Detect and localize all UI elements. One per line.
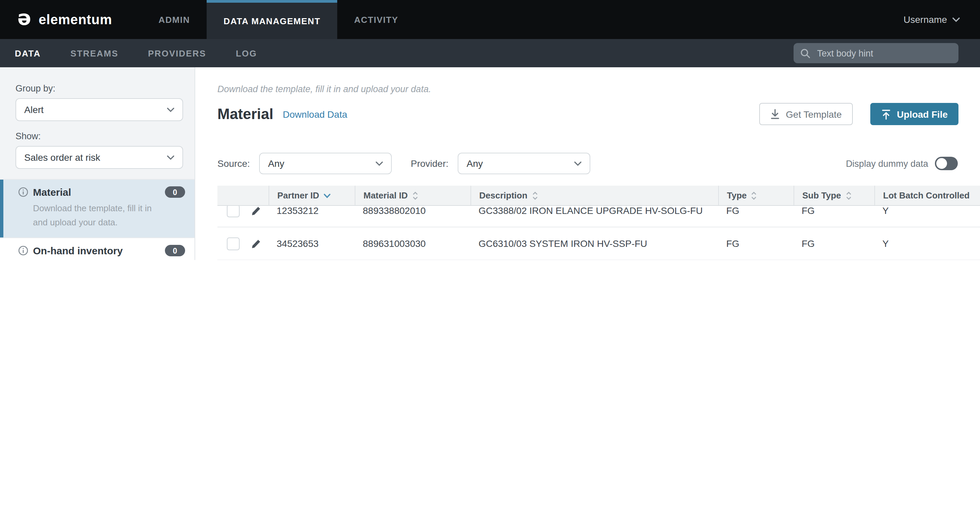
sidebar-item-description: Download the template, fill it in and up… [33,202,168,229]
cell-type: FG [718,205,794,216]
group-by-label: Group by: [16,83,182,94]
sub-nav: DATA STREAMS PROVIDERS LOG [0,39,980,67]
chevron-down-icon [167,107,174,112]
elementum-logo-icon: ə [18,8,31,28]
top-nav-item[interactable]: DATA MANAGEMENT [207,0,337,39]
row-checkbox[interactable] [227,204,240,217]
main-panel: Download the template, fill it in and up… [195,67,980,260]
source-label: Source: [217,158,250,169]
subnav-tab[interactable]: STREAMS [56,48,133,58]
header-buttons: Get Template Upload File [759,103,958,125]
cell-material-id: 889338802010 [355,205,471,216]
column-header[interactable]: Sub Type [794,185,874,205]
subnav-tabs: DATA STREAMS PROVIDERS LOG [0,48,272,58]
chevron-down-icon [376,161,383,166]
get-template-label: Get Template [786,109,842,119]
download-icon [770,109,780,119]
edit-pencil-icon[interactable] [251,206,269,216]
table-header: Partner ID Material ID Description Type … [217,185,980,206]
top-nav-item[interactable]: ACTIVITY [337,0,415,39]
username-label: Username [904,14,947,25]
sidebar-item-title: On-hand inventory [33,245,123,256]
sidebar-item[interactable]: Material 0 Download the template, fill i… [0,180,194,238]
provider-select[interactable]: Any [458,153,590,174]
top-nav: ə elementum ADMIN DATA MANAGEMENT ACTIVI… [0,0,980,39]
count-badge: 0 [165,186,185,198]
row-checkbox[interactable] [227,237,240,250]
show-value: Sales order at risk [24,152,100,163]
group-by-value: Alert [24,104,44,115]
edit-pencil-icon[interactable] [251,238,269,249]
show-select[interactable]: Sales order at risk [16,146,183,169]
dummy-data-toggle-group: Display dummy data [846,157,958,170]
chevron-down-icon [167,155,174,160]
sidebar-item[interactable]: On-hand inventory 0 Last update 12/11/20… [0,238,194,260]
sidebar-filters: Group by: Alert Show: Sales order at ris… [0,67,194,169]
info-icon [18,246,28,255]
filter-row: Source: Any Provider: Any Display dummy … [217,153,980,174]
info-icon [18,187,28,197]
subnav-tab[interactable]: PROVIDERS [133,48,221,58]
cell-sub-type: FG [794,238,874,249]
data-table: Partner ID Material ID Description Type … [217,185,980,260]
column-header[interactable]: Type [718,185,794,205]
subnav-tab[interactable]: LOG [221,48,272,58]
chevron-down-icon [952,17,960,22]
upload-icon [881,109,891,119]
show-label: Show: [16,131,182,141]
cell-sub-type: FG [794,205,874,216]
get-template-button[interactable]: Get Template [759,103,853,125]
page-title: Material [217,105,273,123]
source-value: Any [268,158,285,169]
title-row: Material Download Data Get Template Uplo… [217,103,980,125]
column-header[interactable]: Description [471,185,718,205]
cell-lot-batch: Y [874,205,980,216]
sidebar-item-title: Material [33,186,71,198]
provider-value: Any [467,158,483,169]
sidebar-item-list: Material 0 Download the template, fill i… [0,179,194,260]
upload-file-label: Upload File [897,109,948,119]
toggle-knob [936,158,947,169]
count-badge: 0 [165,245,185,256]
source-select[interactable]: Any [259,153,392,174]
table-row: 34523653 889631003030 GC6310/03 SYSTEM I… [217,227,980,260]
cell-lot-batch: Y [874,238,980,249]
header-checkbox-cell [217,185,244,205]
column-header[interactable]: Partner ID [269,185,355,205]
content-area: Group by: Alert Show: Sales order at ris… [0,67,980,260]
cell-partner-id: 34523653 [269,238,355,249]
cell-type: FG [718,238,794,249]
dummy-data-label: Display dummy data [846,159,928,168]
upload-file-button[interactable]: Upload File [870,103,958,125]
column-header[interactable]: Material ID [355,185,471,205]
header-edit-cell [244,185,269,205]
cell-description: GC3388/02 IRON ELANCE UPGRADE HV-SOLG-FU [471,205,718,216]
group-by-select[interactable]: Alert [16,98,183,121]
download-data-link[interactable]: Download Data [283,109,347,119]
top-nav-item[interactable]: ADMIN [142,0,207,39]
cell-partner-id: 12353212 [269,205,355,216]
search-icon [800,48,810,58]
provider-label: Provider: [411,158,449,169]
cell-material-id: 889631003030 [355,238,471,249]
column-header[interactable]: Lot Batch Controlled [874,185,980,205]
template-hint-text: Download the template, fill it in and up… [217,84,980,94]
sidebar: Group by: Alert Show: Sales order at ris… [0,67,195,260]
user-menu[interactable]: Username [904,0,960,39]
brand-name: elementum [39,12,112,27]
brand[interactable]: ə elementum [18,0,112,39]
dummy-data-toggle[interactable] [935,157,958,170]
subnav-tab[interactable]: DATA [0,48,56,58]
search-input[interactable] [816,48,952,59]
top-nav-items: ADMIN DATA MANAGEMENT ACTIVITY [142,0,415,39]
search-box[interactable] [794,43,958,63]
cell-description: GC6310/03 SYSTEM IRON HV-SSP-FU [471,238,718,249]
chevron-down-icon [574,161,582,166]
app-window: ə elementum ADMIN DATA MANAGEMENT ACTIVI… [0,0,980,260]
